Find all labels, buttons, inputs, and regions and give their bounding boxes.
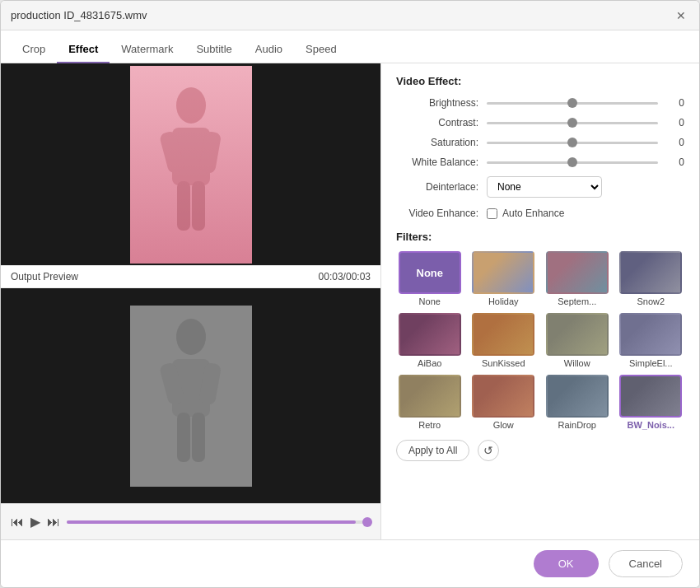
window-title: production ID_4831675.wmv bbox=[11, 9, 147, 21]
white-balance-slider[interactable] bbox=[487, 161, 658, 164]
filter-actions: Apply to All ↺ bbox=[396, 440, 684, 461]
step-forward-button[interactable]: ⏭ bbox=[47, 515, 60, 530]
auto-enhance-label[interactable]: Auto Enhance bbox=[487, 208, 564, 219]
filter-label-holiday: Holiday bbox=[488, 296, 519, 306]
cancel-button[interactable]: Cancel bbox=[609, 550, 683, 577]
filters-title: Filters: bbox=[396, 231, 684, 243]
progress-thumb bbox=[362, 517, 372, 527]
enhance-row: Video Enhance: Auto Enhance bbox=[396, 208, 684, 219]
brightness-label: Brightness: bbox=[396, 97, 487, 109]
auto-enhance-checkbox[interactable] bbox=[487, 208, 497, 219]
filter-holiday[interactable]: Holiday bbox=[470, 251, 538, 306]
tab-watermark[interactable]: Watermark bbox=[110, 36, 184, 63]
filter-bwnoise[interactable]: BW_Nois... bbox=[618, 375, 685, 430]
left-panel: Output Preview 00:03/00:03 bbox=[1, 63, 381, 539]
ok-button[interactable]: OK bbox=[534, 550, 599, 577]
brightness-row: Brightness: 0 bbox=[396, 97, 684, 109]
filter-sunkissed[interactable]: SunKissed bbox=[470, 313, 538, 368]
filter-thumb-raindrop bbox=[546, 375, 609, 418]
person-figure-pink bbox=[154, 82, 228, 247]
right-panel: Video Effect: Brightness: 0 Contrast: 0 … bbox=[381, 63, 699, 539]
filter-label-retro: Retro bbox=[418, 420, 441, 430]
contrast-slider[interactable] bbox=[487, 122, 658, 124]
filter-label-willow: Willow bbox=[564, 358, 590, 368]
saturation-row: Saturation: 0 bbox=[396, 137, 684, 148]
contrast-row: Contrast: 0 bbox=[396, 117, 684, 128]
filter-september[interactable]: Septem... bbox=[544, 251, 611, 306]
footer: OK Cancel bbox=[1, 539, 699, 587]
tab-subtitle[interactable]: Subtitle bbox=[184, 36, 243, 63]
white-balance-row: White Balance: 0 bbox=[396, 156, 684, 168]
saturation-value: 0 bbox=[665, 137, 684, 148]
filter-label-bwnoise: BW_Nois... bbox=[628, 420, 674, 430]
filter-label-snow2: Snow2 bbox=[637, 296, 665, 306]
svg-point-6 bbox=[176, 319, 206, 355]
deinterlace-select[interactable]: None Blend Bob bbox=[487, 176, 602, 198]
progress-fill bbox=[67, 520, 356, 524]
tab-speed[interactable]: Speed bbox=[294, 36, 348, 63]
filters-grid: None None Holiday Septem... Snow2 bbox=[396, 251, 684, 430]
filter-thumb-bwnoise bbox=[619, 375, 682, 418]
svg-rect-11 bbox=[192, 413, 205, 462]
svg-point-0 bbox=[176, 87, 206, 124]
filter-snow2[interactable]: Snow2 bbox=[618, 251, 685, 306]
filter-label-raindrop: RainDrop bbox=[558, 420, 596, 430]
output-label: Output Preview bbox=[11, 271, 78, 282]
deinterlace-label: Deinterlace: bbox=[396, 181, 487, 193]
tab-bar: Crop Effect Watermark Subtitle Audio Spe… bbox=[1, 30, 699, 63]
filter-aibao[interactable]: AiBao bbox=[396, 313, 464, 368]
white-balance-label: White Balance: bbox=[396, 156, 487, 168]
filter-label-aibao: AiBao bbox=[418, 358, 441, 368]
saturation-slider[interactable] bbox=[487, 142, 658, 144]
step-back-button[interactable]: ⏮ bbox=[11, 515, 24, 530]
apply-to-all-button[interactable]: Apply to All bbox=[396, 440, 469, 461]
progress-track[interactable] bbox=[67, 520, 371, 524]
video-effect-title: Video Effect: bbox=[396, 75, 684, 87]
filter-none[interactable]: None None bbox=[396, 251, 464, 306]
filter-thumb-holiday bbox=[472, 251, 534, 294]
saturation-label: Saturation: bbox=[396, 137, 487, 148]
filter-label-sunkissed: SunKissed bbox=[482, 358, 525, 368]
filter-thumb-glow bbox=[472, 375, 534, 418]
close-button[interactable]: ✕ bbox=[673, 7, 689, 24]
deinterlace-row: Deinterlace: None Blend Bob bbox=[396, 176, 684, 198]
output-preview bbox=[1, 288, 380, 503]
filter-willow[interactable]: Willow bbox=[544, 313, 611, 368]
output-preview-frame bbox=[130, 306, 252, 487]
contrast-label: Contrast: bbox=[396, 117, 487, 128]
filter-thumb-snow2 bbox=[619, 251, 682, 294]
playback-bar: ⏮ ▶ ⏭ bbox=[1, 503, 380, 539]
tab-audio[interactable]: Audio bbox=[244, 36, 294, 63]
filter-thumb-sunkissed bbox=[472, 313, 534, 356]
time-display: 00:03/00:03 bbox=[319, 271, 371, 282]
output-label-bar: Output Preview 00:03/00:03 bbox=[1, 265, 380, 288]
filter-thumb-none: None bbox=[399, 251, 461, 294]
filter-retro[interactable]: Retro bbox=[396, 375, 464, 430]
tab-effect[interactable]: Effect bbox=[57, 36, 110, 63]
svg-rect-5 bbox=[192, 181, 205, 231]
svg-rect-4 bbox=[177, 181, 190, 231]
filter-thumb-simpleel bbox=[619, 313, 682, 356]
input-preview-frame bbox=[130, 66, 252, 264]
reset-button[interactable]: ↺ bbox=[478, 440, 499, 461]
filter-simpleel[interactable]: SimpleEl... bbox=[618, 313, 685, 368]
filter-thumb-retro bbox=[399, 375, 461, 418]
white-balance-value: 0 bbox=[665, 156, 684, 168]
person-figure-bw bbox=[154, 314, 228, 478]
filter-thumb-willow bbox=[546, 313, 609, 356]
filter-label-none: None bbox=[419, 296, 441, 306]
filter-glow[interactable]: Glow bbox=[470, 375, 538, 430]
svg-rect-10 bbox=[177, 413, 190, 462]
filter-thumb-aibao bbox=[399, 313, 461, 356]
title-bar: production ID_4831675.wmv ✕ bbox=[1, 1, 699, 30]
play-button[interactable]: ▶ bbox=[30, 514, 40, 530]
main-window: production ID_4831675.wmv ✕ Crop Effect … bbox=[0, 0, 700, 588]
filter-thumb-sept bbox=[546, 251, 609, 294]
filter-label-simpleel: SimpleEl... bbox=[629, 358, 673, 368]
tab-crop[interactable]: Crop bbox=[11, 36, 57, 63]
brightness-slider[interactable] bbox=[487, 102, 658, 105]
enhance-label: Video Enhance: bbox=[396, 208, 487, 219]
input-preview bbox=[1, 63, 380, 265]
filter-label-glow: Glow bbox=[493, 420, 514, 430]
filter-raindrop[interactable]: RainDrop bbox=[544, 375, 611, 430]
